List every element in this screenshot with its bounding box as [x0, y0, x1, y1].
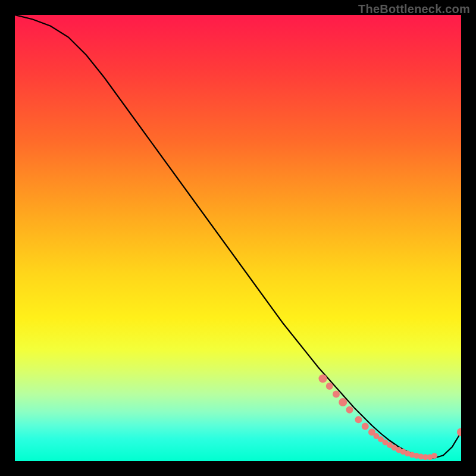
- data-point: [431, 453, 437, 459]
- data-point: [319, 374, 327, 383]
- data-point: [339, 398, 347, 406]
- watermark-text: TheBottleneck.com: [358, 2, 470, 16]
- chart-frame: TheBottleneck.com: [0, 0, 476, 476]
- plot-area: [15, 15, 461, 461]
- data-point: [326, 383, 333, 390]
- data-point: [346, 406, 353, 414]
- bottleneck-curve: [15, 15, 461, 458]
- data-point: [457, 428, 461, 436]
- data-point: [333, 391, 340, 398]
- chart-svg: [15, 15, 461, 461]
- data-markers: [319, 374, 462, 460]
- data-point: [362, 423, 369, 430]
- data-point: [355, 416, 362, 423]
